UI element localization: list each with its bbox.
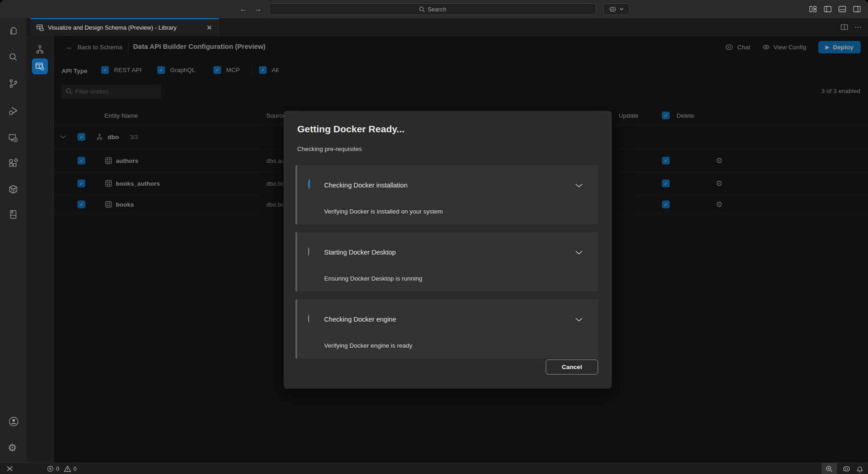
explorer-icon[interactable] — [8, 26, 19, 36]
warning-count: 0 — [73, 466, 77, 472]
step-header[interactable]: Checking Docker engine — [297, 310, 598, 328]
step-header[interactable]: Starting Docker Desktop — [297, 243, 598, 261]
nav-forward-button[interactable]: → — [253, 4, 264, 15]
step-title: Checking Docker installation — [324, 182, 408, 189]
tab-visualize-design-schema[interactable]: Visualize and Design Schema (Preview) - … — [31, 18, 219, 36]
chevron-down-icon[interactable] — [575, 250, 583, 255]
table-config-view-button[interactable] — [32, 58, 48, 74]
warning-icon — [64, 465, 71, 472]
pending-circle-icon — [308, 248, 309, 256]
cancel-button[interactable]: Cancel — [546, 359, 598, 375]
chevron-down-icon[interactable] — [575, 318, 583, 322]
dialog-title: Getting Docker Ready... — [297, 124, 404, 135]
pending-circle-icon — [308, 315, 309, 323]
designer-view-rail — [26, 36, 54, 463]
error-icon — [47, 465, 54, 472]
chevron-down-icon[interactable] — [575, 183, 583, 188]
zoom-in-icon — [826, 465, 833, 473]
status-bar: 0 0 — [0, 463, 868, 474]
problems-errors[interactable]: 0 — [47, 465, 59, 472]
step-docker-engine: Checking Docker engine Verifying Docker … — [295, 299, 598, 359]
step-title: Checking Docker engine — [324, 316, 396, 323]
copilot-icon — [609, 6, 616, 12]
step-description: Ensuring Docker Desktop is running — [324, 275, 422, 282]
nav-back-button[interactable]: ← — [238, 4, 249, 15]
close-icon[interactable]: ✕ — [205, 23, 214, 32]
schema-designer-icon — [36, 24, 44, 31]
step-docker-installation: Checking Docker installation Verifying D… — [295, 165, 598, 224]
toggle-panel-icon[interactable] — [838, 5, 846, 13]
remote-explorer-icon[interactable] — [8, 132, 19, 143]
search-sidebar-icon[interactable] — [8, 52, 19, 63]
accounts-icon[interactable] — [8, 416, 19, 427]
title-bar: ← → Search — [0, 0, 868, 18]
tab-bar: Visualize and Design Schema (Preview) - … — [26, 18, 868, 36]
step-header[interactable]: Checking Docker installation — [297, 176, 598, 194]
copilot-status-icon[interactable] — [842, 465, 851, 472]
docker-ready-dialog: Getting Docker Ready... Checking pre-req… — [284, 111, 612, 389]
containers-icon[interactable] — [8, 184, 19, 195]
step-title: Starting Docker Desktop — [324, 249, 396, 256]
step-description: Verifying Docker engine is ready — [324, 342, 413, 349]
notifications-bell-icon[interactable] — [856, 465, 863, 473]
database-projects-icon[interactable] — [8, 209, 19, 220]
vscode-window: ← → Search — [0, 0, 868, 474]
zoom-in-indicator[interactable] — [822, 463, 837, 474]
toggle-secondary-sidebar-icon[interactable] — [853, 5, 861, 13]
more-actions-icon[interactable]: ⋯ — [854, 23, 862, 31]
step-docker-desktop: Starting Docker Desktop Ensuring Docker … — [295, 232, 598, 292]
step-description: Verifying Docker is installed on your sy… — [324, 208, 443, 215]
toggle-primary-sidebar-icon[interactable] — [824, 5, 832, 13]
customize-layout-icon[interactable] — [809, 5, 817, 13]
spinner-icon — [308, 181, 311, 189]
extensions-icon[interactable] — [8, 158, 19, 169]
error-count: 0 — [56, 466, 59, 472]
dialog-subtitle: Checking pre-requisites — [297, 146, 362, 152]
chevron-down-icon — [620, 8, 624, 10]
remote-indicator-icon[interactable] — [5, 465, 14, 472]
problems-warnings[interactable]: 0 — [64, 465, 77, 472]
search-icon — [419, 6, 425, 12]
search-placeholder: Search — [428, 6, 446, 13]
tab-label: Visualize and Design Schema (Preview) - … — [48, 24, 201, 31]
copilot-menu-button[interactable] — [603, 3, 630, 15]
source-control-icon[interactable] — [8, 78, 19, 89]
table-gear-icon — [35, 62, 45, 71]
activity-bar: ⚙ — [0, 18, 26, 463]
run-debug-icon[interactable] — [8, 105, 19, 116]
settings-gear-icon[interactable]: ⚙ — [8, 443, 19, 454]
split-editor-icon[interactable] — [841, 24, 848, 31]
command-search-box[interactable]: Search — [269, 3, 596, 15]
schema-visualize-view-icon[interactable] — [35, 44, 45, 55]
